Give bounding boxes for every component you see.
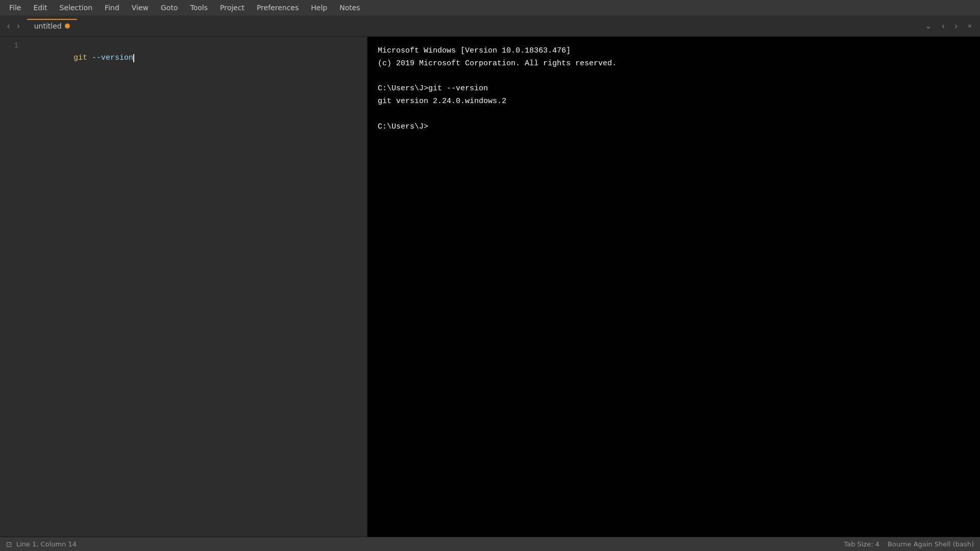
tab-title: untitled: [34, 22, 62, 30]
code-keyword-git: git: [74, 54, 87, 62]
tab-nav-forward[interactable]: ›: [14, 19, 22, 33]
menu-view[interactable]: View: [127, 2, 154, 14]
menu-help[interactable]: Help: [306, 2, 332, 14]
statusbar: ⊡ Line 1, Column 14 Tab Size: 4 Bourne A…: [0, 537, 980, 551]
terminal-line-7: C:\Users\J>: [378, 121, 970, 134]
status-position: Line 1, Column 14: [16, 540, 77, 548]
terminal-line-5: git version 2.24.0.windows.2: [378, 95, 970, 108]
menu-selection[interactable]: Selection: [55, 2, 98, 14]
statusbar-right: Tab Size: 4 Bourne Again Shell (bash): [844, 540, 974, 548]
tab-dropdown-button[interactable]: ⌄: [921, 19, 936, 33]
menu-preferences[interactable]: Preferences: [252, 2, 304, 14]
menu-notes[interactable]: Notes: [334, 2, 365, 14]
status-icon: ⊡: [6, 540, 12, 548]
tab-next-button[interactable]: ›: [950, 19, 961, 33]
terminal-line-3: [378, 70, 970, 83]
menubar: File Edit Selection Find View Goto Tools…: [0, 0, 980, 15]
terminal-panel[interactable]: Microsoft Windows [Version 10.0.18363.47…: [368, 37, 980, 537]
line-number-1: 1: [0, 40, 18, 51]
editor-body: 1 git --version: [0, 37, 367, 537]
terminal-line-4: C:\Users\J>git --version: [378, 83, 970, 95]
statusbar-left: ⊡ Line 1, Column 14: [6, 540, 77, 548]
code-line-1: git --version: [28, 40, 367, 77]
menu-edit[interactable]: Edit: [28, 2, 52, 14]
menu-tools[interactable]: Tools: [185, 2, 213, 14]
code-flag-version: --version: [87, 54, 133, 62]
tab-size-indicator[interactable]: Tab Size: 4: [844, 540, 879, 548]
language-indicator[interactable]: Bourne Again Shell (bash): [888, 540, 974, 548]
cursor: [133, 54, 134, 62]
tab-nav-left: ‹ ›: [4, 19, 23, 33]
line-numbers: 1: [0, 40, 26, 534]
editor-panel[interactable]: 1 git --version: [0, 37, 368, 537]
menu-goto[interactable]: Goto: [156, 2, 183, 14]
menu-project[interactable]: Project: [215, 2, 250, 14]
tab-prev-button[interactable]: ‹: [938, 19, 948, 33]
tab-untitled[interactable]: untitled: [27, 19, 77, 33]
code-area[interactable]: git --version: [26, 40, 367, 534]
tabbar: ‹ › untitled ⌄ ‹ › ×: [0, 15, 980, 37]
terminal-line-1: Microsoft Windows [Version 10.0.18363.47…: [378, 45, 970, 58]
main-content: 1 git --version Microsoft Windows [Versi…: [0, 37, 980, 537]
menu-file[interactable]: File: [4, 2, 26, 14]
terminal-line-2: (c) 2019 Microsoft Corporation. All righ…: [378, 58, 970, 70]
menu-find[interactable]: Find: [100, 2, 125, 14]
terminal-line-6: [378, 108, 970, 121]
tab-right-controls: ⌄ ‹ › ×: [921, 19, 976, 33]
tab-nav-back[interactable]: ‹: [4, 19, 13, 33]
tab-modified-indicator: [65, 23, 70, 29]
tab-close-button[interactable]: ×: [964, 20, 976, 32]
